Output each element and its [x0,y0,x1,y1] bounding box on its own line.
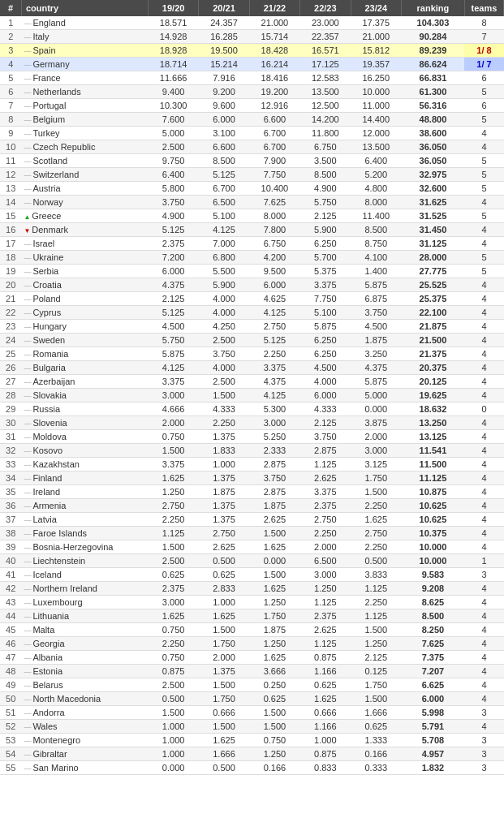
trend-indicator: — [24,764,31,773]
rank-cell: 29 [0,403,21,416]
ranking-cell: 9.583 [401,568,464,582]
teams-cell: 4 [464,499,503,513]
score-cell: 1.500 [351,623,401,637]
teams-cell: 4 [464,196,503,209]
trend-indicator: — [24,144,31,152]
rank-cell: 42 [0,582,21,596]
ranking-cell: 31.525 [401,209,464,223]
score-cell: 2.500 [148,140,198,154]
score-cell: 6.500 [199,196,249,209]
rank-cell: 40 [0,554,21,568]
score-cell: 2.750 [148,499,198,513]
score-cell: 3.500 [300,154,351,168]
score-cell: 9.500 [249,265,299,278]
table-row: 3—Spain18.92819.50018.42816.57115.81289.… [0,44,504,58]
score-cell: 14.928 [148,30,198,44]
score-cell: 1.000 [300,734,351,747]
score-cell: 5.125 [249,334,299,347]
trend-indicator: — [24,654,31,662]
ranking-cell: 10.000 [401,554,464,568]
score-cell: 2.750 [300,513,351,527]
rank-cell: 21 [0,292,21,306]
ranking-cell: 13.250 [401,416,464,430]
trend-indicator: — [24,640,31,648]
country-name-text: Andorra [32,708,64,717]
table-row: 4—Germany18.71415.21416.21417.12519.3578… [0,58,504,71]
teams-cell: 4 [464,140,503,154]
country-name-text: Kazakhstan [32,459,79,469]
score-cell: 3.000 [148,596,198,609]
table-row: 17—Israel2.3757.0006.7506.2508.75031.125… [0,237,504,251]
table-row: 7—Portugal10.3009.60012.91612.50011.0005… [0,99,504,113]
trend-indicator: — [24,309,31,317]
score-cell: 1.375 [199,665,249,678]
score-cell: 7.800 [249,223,299,237]
score-cell: 1.875 [249,623,299,637]
score-cell: 7.750 [300,292,351,306]
score-cell: 17.375 [351,16,401,30]
trend-indicator: — [24,489,31,497]
score-cell: 1.750 [351,678,401,692]
teams-cell: 4 [464,375,503,389]
score-cell: 0.500 [148,692,198,706]
rank-cell: 54 [0,747,21,761]
score-cell: 4.200 [249,251,299,265]
score-cell: 1.500 [148,540,198,554]
rank-cell: 1 [0,16,21,30]
score-cell: 0.875 [148,665,198,678]
table-row: 44—Lithuania1.6251.6251.7502.3751.1258.5… [0,609,504,623]
score-cell: 5.900 [199,278,249,292]
teams-cell: 4 [464,720,503,734]
ranking-cell: 7.207 [401,665,464,678]
country-name-text: Sweden [32,335,65,345]
score-cell: 6.400 [148,168,198,182]
table-row: 2—Italy14.92816.28515.71422.35721.00090.… [0,30,504,44]
score-cell: 1.125 [351,582,401,596]
country-cell: —Poland [21,292,148,306]
teams-cell: 5 [464,265,503,278]
country-name-text: Czech Republic [32,142,95,152]
score-cell: 6.000 [249,278,299,292]
trend-indicator: — [24,268,31,276]
table-row: 5—France11.6667.91618.41612.58316.25066.… [0,71,504,85]
score-cell: 7.000 [199,237,249,251]
score-cell: 4.375 [249,375,299,389]
score-cell: 1.375 [199,471,249,485]
score-cell: 0.875 [300,651,351,665]
col-header-country: country [21,0,148,16]
ranking-cell: 22.100 [401,306,464,320]
score-cell: 2.000 [300,540,351,554]
score-cell: 1.400 [351,265,401,278]
score-cell: 17.125 [300,58,351,71]
ranking-cell: 1.832 [401,761,464,775]
rank-cell: 15 [0,209,21,223]
country-name-text: Faroe Islands [32,528,87,538]
score-cell: 22.357 [300,30,351,44]
country-cell: —Northern Ireland [21,582,148,596]
score-cell: 2.500 [199,334,249,347]
trend-indicator: — [24,351,31,359]
teams-cell: 4 [464,347,503,361]
country-cell: —Liechtenstein [21,554,148,568]
score-cell: 5.000 [351,389,401,403]
score-cell: 1.000 [199,596,249,609]
country-name-text: Finland [32,473,62,483]
country-cell: —Norway [21,196,148,209]
score-cell: 0.000 [148,761,198,775]
score-cell: 12.500 [300,99,351,113]
score-cell: 4.900 [148,209,198,223]
score-cell: 9.750 [148,154,198,168]
score-cell: 4.333 [199,403,249,416]
score-cell: 6.875 [351,292,401,306]
score-cell: 3.750 [300,430,351,444]
score-cell: 9.400 [148,85,198,99]
score-cell: 3.000 [249,416,299,430]
score-cell: 2.625 [199,540,249,554]
score-cell: 2.250 [351,540,401,554]
trend-indicator: — [24,295,31,304]
teams-cell: 1/ 8 [464,44,503,58]
country-cell: —Cyprus [21,306,148,320]
score-cell: 4.375 [148,278,198,292]
trend-indicator: — [24,751,31,759]
ranking-cell: 19.625 [401,389,464,403]
